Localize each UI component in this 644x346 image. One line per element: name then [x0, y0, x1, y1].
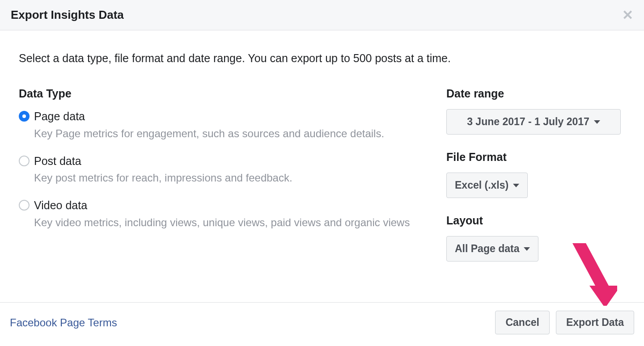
- file-format-section: File Format Excel (.xls): [446, 151, 625, 198]
- radio-video-data[interactable]: [19, 200, 30, 211]
- radio-option-page-data: Page data Key Page metrics for engagemen…: [19, 109, 419, 140]
- data-type-heading: Data Type: [19, 87, 419, 100]
- dialog-content: Select a data type, file format and date…: [0, 30, 644, 291]
- export-data-button[interactable]: Export Data: [556, 311, 634, 334]
- radio-label-post-data[interactable]: Post data: [34, 154, 419, 169]
- file-format-dropdown[interactable]: Excel (.xls): [446, 173, 528, 198]
- radio-desc-video-data: Key video metrics, including views, uniq…: [34, 215, 419, 229]
- date-range-section: Date range 3 June 2017 - 1 July 2017: [446, 87, 625, 135]
- close-icon[interactable]: ✕: [622, 8, 633, 22]
- layout-section: Layout All Page data: [446, 214, 625, 262]
- date-range-value: 3 June 2017 - 1 July 2017: [467, 116, 589, 128]
- dialog-title: Export Insights Data: [11, 8, 124, 22]
- caret-down-icon: [594, 120, 600, 124]
- data-type-section: Data Type Page data Key Page metrics for…: [19, 87, 419, 278]
- caret-down-icon: [524, 247, 530, 251]
- radio-post-data[interactable]: [19, 156, 30, 166]
- caret-down-icon: [513, 184, 519, 187]
- layout-heading: Layout: [446, 214, 625, 227]
- radio-option-video-data: Video data Key video metrics, including …: [19, 198, 419, 229]
- facebook-page-terms-link[interactable]: Facebook Page Terms: [10, 316, 117, 329]
- radio-desc-page-data: Key Page metrics for engagement, such as…: [34, 127, 419, 140]
- radio-option-post-data: Post data Key post metrics for reach, im…: [19, 154, 419, 185]
- radio-page-data[interactable]: [19, 111, 30, 122]
- footer-buttons: Cancel Export Data: [495, 311, 634, 334]
- dialog-header: Export Insights Data ✕: [0, 0, 644, 30]
- intro-text: Select a data type, file format and date…: [19, 52, 625, 65]
- cancel-button[interactable]: Cancel: [495, 311, 549, 334]
- radio-text: Page data Key Page metrics for engagemen…: [34, 109, 419, 140]
- date-range-dropdown[interactable]: 3 June 2017 - 1 July 2017: [446, 109, 621, 135]
- radio-label-page-data[interactable]: Page data: [34, 109, 419, 124]
- columns: Data Type Page data Key Page metrics for…: [19, 87, 625, 278]
- radio-desc-post-data: Key post metrics for reach, impressions …: [34, 171, 419, 185]
- radio-label-video-data[interactable]: Video data: [34, 198, 419, 213]
- date-range-heading: Date range: [446, 87, 625, 100]
- file-format-value: Excel (.xls): [455, 179, 508, 191]
- dialog-footer: Facebook Page Terms Cancel Export Data: [0, 302, 644, 346]
- layout-value: All Page data: [455, 243, 519, 255]
- radio-text: Video data Key video metrics, including …: [34, 198, 419, 229]
- right-column: Date range 3 June 2017 - 1 July 2017 Fil…: [446, 87, 625, 278]
- layout-dropdown[interactable]: All Page data: [446, 236, 538, 262]
- radio-text: Post data Key post metrics for reach, im…: [34, 154, 419, 185]
- file-format-heading: File Format: [446, 151, 625, 164]
